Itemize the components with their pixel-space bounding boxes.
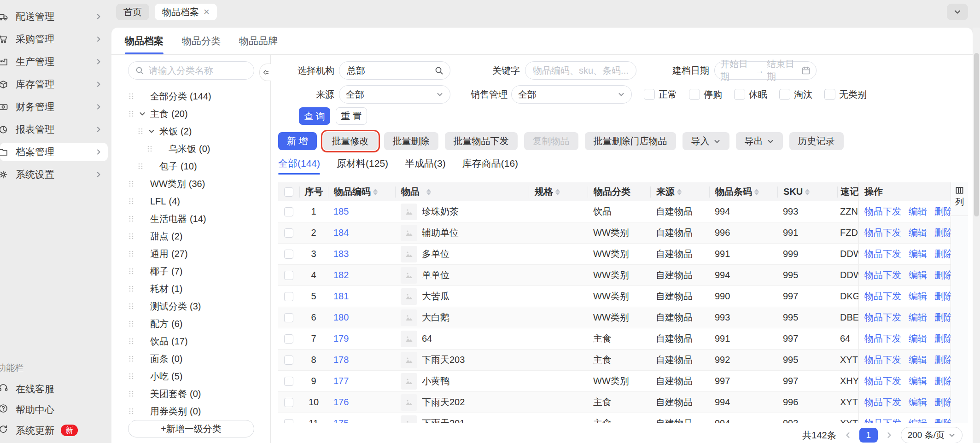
tree-node[interactable]: LFL (4) <box>111 192 270 210</box>
select-all-checkbox[interactable] <box>284 187 293 197</box>
delete-link[interactable]: 删除 <box>934 375 951 387</box>
col-barcode[interactable]: 物品条码 <box>709 187 777 198</box>
page-tab[interactable]: 物品档案 <box>125 28 163 54</box>
edit-link[interactable]: 编辑 <box>909 417 927 423</box>
drag-handle-icon[interactable] <box>128 180 134 188</box>
page-tab[interactable]: 物品品牌 <box>239 28 278 54</box>
col-sku[interactable]: SKU <box>777 187 837 198</box>
tree-node[interactable]: 包子 (10) <box>111 157 270 175</box>
close-icon[interactable]: × <box>204 7 210 17</box>
drag-handle-icon[interactable] <box>128 372 134 380</box>
drag-handle-icon[interactable] <box>128 215 134 223</box>
delete-link[interactable]: 删除 <box>934 311 951 324</box>
dispatch-link[interactable]: 物品下发 <box>864 269 901 281</box>
item-code-link[interactable]: 179 <box>333 333 349 344</box>
tree-node[interactable]: 生活电器 (14) <box>111 210 270 227</box>
delete-link[interactable]: 删除 <box>934 269 951 281</box>
tree-node[interactable]: 乌米饭 (0) <box>111 140 270 157</box>
edit-link[interactable]: 编辑 <box>909 290 927 303</box>
sidebar-footer-item[interactable]: 帮助中心 <box>0 399 108 420</box>
tree-node[interactable]: 小吃 (5) <box>111 367 270 385</box>
item-code-link[interactable]: 185 <box>333 206 349 217</box>
row-checkbox[interactable] <box>284 356 293 365</box>
sidebar-menu-item[interactable]: 财务管理 <box>0 98 108 116</box>
tree-node[interactable]: 面条 (0) <box>111 350 270 367</box>
sidebar-footer-item[interactable]: 系统更新 新 <box>0 420 108 441</box>
org-select[interactable] <box>339 61 450 80</box>
item-code-link[interactable]: 180 <box>333 312 349 323</box>
dispatch-link[interactable]: 物品下发 <box>864 417 901 423</box>
delete-link[interactable]: 删除 <box>934 417 951 423</box>
drag-handle-icon[interactable] <box>128 285 134 293</box>
tree-node[interactable]: 耗材 (1) <box>111 280 270 297</box>
checkbox-box[interactable] <box>734 89 745 100</box>
item-code-link[interactable]: 181 <box>333 291 349 302</box>
dispatch-link[interactable]: 物品下发 <box>864 205 901 218</box>
drag-handle-icon[interactable] <box>128 355 134 363</box>
drag-handle-icon[interactable] <box>128 407 134 415</box>
window-scrollbar[interactable] <box>973 28 980 443</box>
tree-node[interactable]: 测试分类 (3) <box>111 297 270 315</box>
toolbar-button[interactable]: 批量物品下发 <box>445 132 518 150</box>
row-checkbox[interactable] <box>284 292 293 301</box>
toolbar-button[interactable]: 批量删除 <box>384 132 438 150</box>
edit-link[interactable]: 编辑 <box>909 354 927 366</box>
row-checkbox[interactable] <box>284 377 293 386</box>
row-checkbox[interactable] <box>284 250 293 259</box>
reset-button[interactable]: 重 置 <box>336 107 367 125</box>
edit-link[interactable]: 编辑 <box>909 332 927 345</box>
item-code-link[interactable]: 175 <box>333 418 349 423</box>
delete-link[interactable]: 删除 <box>934 354 951 366</box>
status-checkbox[interactable]: 停购 <box>689 88 722 101</box>
dispatch-link[interactable]: 物品下发 <box>864 248 901 260</box>
tree-node[interactable]: WW类别 (36) <box>111 175 270 192</box>
edit-link[interactable]: 编辑 <box>909 375 927 387</box>
dispatch-link[interactable]: 物品下发 <box>864 332 901 345</box>
col-code[interactable]: 物品编码 <box>328 187 395 198</box>
keyword-field[interactable] <box>525 61 636 80</box>
drag-handle-icon[interactable] <box>128 110 134 118</box>
item-code-link[interactable]: 183 <box>333 249 349 259</box>
toolbar-button[interactable]: 批量删除门店物品 <box>585 132 676 150</box>
tree-node[interactable]: 美团套餐 (0) <box>111 385 270 402</box>
tree-node[interactable]: 用券类别 (0) <box>111 402 270 420</box>
list-tab[interactable]: 库存商品(16) <box>462 156 518 175</box>
nav-tab-chip[interactable]: 物品档案 × <box>155 4 217 20</box>
drag-handle-icon[interactable] <box>128 92 134 100</box>
sidebar-menu-item[interactable]: 档案管理 <box>0 143 108 161</box>
tree-node[interactable]: 主食 (20) <box>111 105 270 122</box>
row-checkbox[interactable] <box>284 271 293 280</box>
drag-handle-icon[interactable] <box>137 162 144 170</box>
drag-handle-icon[interactable] <box>128 390 134 398</box>
current-page[interactable]: 1 <box>859 428 878 443</box>
drag-handle-icon[interactable] <box>128 302 134 310</box>
collapse-tree-button[interactable] <box>259 64 271 81</box>
row-checkbox[interactable] <box>284 228 293 238</box>
page-size-select[interactable]: 200 条/页 <box>901 427 962 443</box>
search-button[interactable]: 查 询 <box>299 107 330 125</box>
dispatch-link[interactable]: 物品下发 <box>864 227 901 239</box>
checkbox-box[interactable] <box>779 89 790 100</box>
col-source[interactable]: 来源 <box>650 187 709 198</box>
category-search[interactable] <box>128 61 254 80</box>
drag-handle-icon[interactable] <box>128 197 134 205</box>
status-checkbox[interactable]: 正常 <box>644 88 677 101</box>
sidebar-menu-item[interactable]: 配送管理 <box>0 7 108 26</box>
drag-handle-icon[interactable] <box>146 145 153 153</box>
sidebar-menu-item[interactable]: 采购管理 <box>0 30 108 48</box>
tree-node[interactable]: 配方 (6) <box>111 315 270 332</box>
add-category-button[interactable]: +新增一级分类 <box>128 420 254 437</box>
delete-link[interactable]: 删除 <box>934 227 951 239</box>
dispatch-link[interactable]: 物品下发 <box>864 396 901 408</box>
dispatch-link[interactable]: 物品下发 <box>864 311 901 324</box>
sidebar-menu-item[interactable]: 报表管理 <box>0 120 108 139</box>
sidebar-menu-item[interactable]: 库存管理 <box>0 75 108 93</box>
edit-link[interactable]: 编辑 <box>909 311 927 324</box>
drag-handle-icon[interactable] <box>137 127 144 135</box>
item-code-link[interactable]: 176 <box>333 397 349 408</box>
status-checkbox[interactable]: 无类别 <box>824 88 867 101</box>
toolbar-button[interactable]: 新 增 <box>278 132 317 150</box>
dispatch-link[interactable]: 物品下发 <box>864 375 901 387</box>
edit-link[interactable]: 编辑 <box>909 205 927 218</box>
checkbox-box[interactable] <box>689 89 700 100</box>
